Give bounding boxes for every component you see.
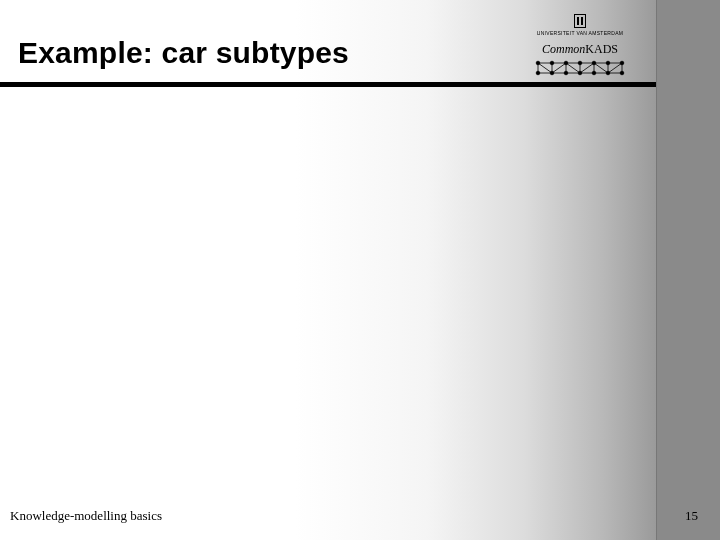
commonkads-wordmark: CommonKADS [542,42,618,57]
svg-point-28 [620,71,624,75]
page-number: 15 [685,508,698,524]
svg-line-13 [594,63,608,73]
svg-point-15 [536,61,540,65]
network-icon [532,59,628,77]
svg-line-12 [580,63,594,73]
svg-line-10 [552,63,566,73]
commonkads-italic: Common [542,42,585,56]
svg-point-27 [606,71,610,75]
slide: Example: car subtypes UNIVERSITEIT VAN A… [0,0,656,540]
uva-logo: UNIVERSITEIT VAN AMSTERDAM [537,14,624,36]
right-margin-strip [656,0,720,540]
slide-body [0,87,656,471]
svg-point-24 [564,71,568,75]
svg-point-16 [550,61,554,65]
svg-point-22 [536,71,540,75]
svg-point-19 [592,61,596,65]
svg-point-26 [592,71,596,75]
svg-point-25 [578,71,582,75]
commonkads-roman: KADS [585,42,618,56]
svg-point-21 [620,61,624,65]
commonkads-logo: CommonKADS [532,42,628,77]
uva-label: UNIVERSITEIT VAN AMSTERDAM [537,30,624,36]
uva-crest-icon [574,14,586,28]
svg-line-14 [608,63,622,73]
logo-group: UNIVERSITEIT VAN AMSTERDAM CommonKADS [520,14,640,77]
footer-title: Knowledge-modelling basics [10,508,162,524]
svg-point-17 [564,61,568,65]
slide-header: Example: car subtypes UNIVERSITEIT VAN A… [0,0,656,82]
svg-point-18 [578,61,582,65]
svg-point-20 [606,61,610,65]
slide-footer: Knowledge-modelling basics 15 [0,508,720,524]
svg-point-23 [550,71,554,75]
svg-line-11 [566,63,580,73]
svg-line-9 [538,63,552,73]
